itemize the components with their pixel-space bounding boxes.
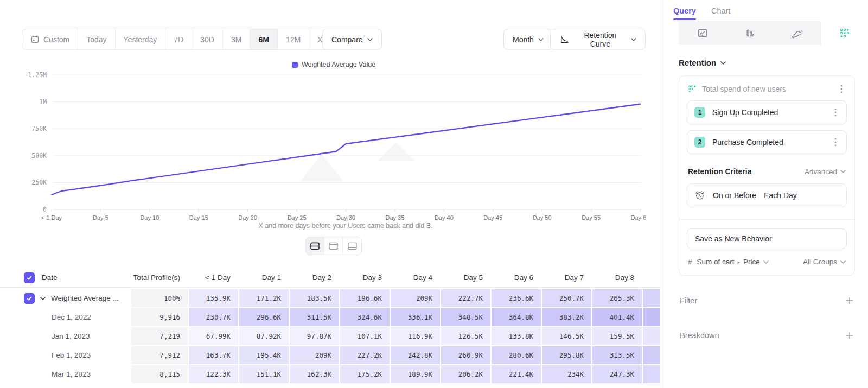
retention-value-cell: 146.5K xyxy=(542,327,591,345)
range-30d[interactable]: 30D xyxy=(192,29,223,49)
view-toggle-split-view[interactable] xyxy=(306,237,324,255)
criteria-mode-dropdown[interactable]: Advanced xyxy=(805,168,846,176)
date-range-control: CustomTodayYesterday7D30D3M6M12MXTD xyxy=(22,29,350,50)
retention-value-cell: 209K xyxy=(391,289,440,307)
retention-value: 247.3K xyxy=(610,370,634,378)
table-row: Jan 1, 20237,21967.99K87.92K97.87K107.1K… xyxy=(0,327,661,345)
flows-tab[interactable] xyxy=(774,21,821,45)
clipped-value-cell xyxy=(643,365,660,383)
date-header-cell: Date xyxy=(0,268,130,287)
behavior-step-1[interactable]: 1Sign Up Completed xyxy=(687,100,847,124)
group-by-label: All Groups xyxy=(803,258,837,266)
bar-chart-tab[interactable] xyxy=(726,21,774,45)
legend-label: Weighted Average Value xyxy=(302,61,375,68)
chart-style-label: Retention Curve xyxy=(573,31,627,48)
retention-value: 313.5K xyxy=(610,351,634,359)
step-menu-button[interactable] xyxy=(831,107,840,117)
measure-dropdown[interactable]: Sum of cart ▸ Price xyxy=(697,258,798,266)
add-filter-button[interactable] xyxy=(845,296,854,305)
range-7d[interactable]: 7D xyxy=(165,29,192,49)
chevron-down-icon xyxy=(367,38,373,41)
retention-value-cell: 122.3K xyxy=(189,365,238,383)
y-axis-tick: 1.25M xyxy=(28,71,47,79)
insights-chart-tab[interactable] xyxy=(679,21,726,45)
range-3m[interactable]: 3M xyxy=(223,29,250,49)
column-header-label: Day 4 xyxy=(413,273,432,282)
flows-icon xyxy=(792,28,803,39)
x-axis-tick: Day 20 xyxy=(238,214,257,221)
view-toggle-chart-only[interactable] xyxy=(324,237,343,255)
add-breakdown-button[interactable] xyxy=(845,331,854,340)
behavior-name: Total spend of new users xyxy=(702,85,832,93)
range-label: Today xyxy=(86,35,106,44)
granularity-button[interactable]: Month xyxy=(503,29,553,50)
range-custom[interactable]: Custom xyxy=(22,29,78,49)
retention-value-cell: 196.6K xyxy=(340,289,390,307)
retention-value-cell: 133.8K xyxy=(492,327,541,345)
chart-style-button[interactable]: Retention Curve xyxy=(550,29,646,50)
retention-value: 195.4K xyxy=(257,351,281,359)
analysis-type-selector[interactable]: Retention xyxy=(679,58,855,67)
retention-value-cell: 260.9K xyxy=(441,346,490,364)
total-profiles-cell: 7,219 xyxy=(131,327,188,345)
filter-label: Filter xyxy=(680,296,697,305)
timing-window: Each Day xyxy=(764,191,797,200)
retention-value-cell: 221.4K xyxy=(492,365,541,383)
retention-value: 189.9K xyxy=(408,370,432,378)
step-menu-button[interactable] xyxy=(831,137,840,147)
retention-value-cell: 250.7K xyxy=(542,289,591,307)
chevron-down-icon xyxy=(720,61,726,65)
retention-value: 133.8K xyxy=(509,332,533,340)
caret-right-icon: ▸ xyxy=(738,259,741,265)
retention-value: 122.3K xyxy=(206,370,231,378)
range-6m[interactable]: 6M xyxy=(250,29,277,49)
total-profiles-cell: 9,916 xyxy=(131,308,188,326)
retention-value: 280.6K xyxy=(509,351,533,359)
range-yesterday[interactable]: Yesterday xyxy=(116,29,166,49)
plus-icon xyxy=(845,296,854,305)
retention-value: 162.3K xyxy=(307,370,331,378)
retention-value: 146.5K xyxy=(559,332,584,340)
criteria-mode-label: Advanced xyxy=(805,168,837,176)
retention-value: 383.2K xyxy=(559,313,584,321)
row-expander[interactable] xyxy=(40,297,46,300)
save-as-new-behavior-label: Save as New Behavior xyxy=(695,234,772,243)
range-today[interactable]: Today xyxy=(78,29,115,49)
retention-value-cell: 265.3K xyxy=(592,289,642,307)
retention-value: 364.8K xyxy=(509,313,533,321)
behavior-step-2[interactable]: 2Purchase Completed xyxy=(687,130,847,154)
retention-value-cell: 336.1K xyxy=(391,308,440,326)
check-icon xyxy=(26,295,33,302)
retention-criteria-label: Retention Criteria xyxy=(688,167,751,176)
retention-value: 250.7K xyxy=(559,294,584,302)
retention-value-cell: 135.9K xyxy=(189,289,238,307)
select-all-checkbox[interactable] xyxy=(24,272,35,283)
timing-condition: On or Before xyxy=(713,191,756,200)
column-header: Total Profile(s) xyxy=(131,268,188,287)
tab-query[interactable]: Query xyxy=(673,7,696,20)
view-toggle-table-only[interactable] xyxy=(343,237,361,255)
kebab-icon xyxy=(834,138,837,147)
column-header-label: Day 3 xyxy=(363,273,382,282)
retention-value-cell: 151.1K xyxy=(239,365,289,383)
retention-value: 97.87K xyxy=(307,332,331,340)
retention-value: 171.2K xyxy=(257,294,281,302)
behavior-menu-button[interactable] xyxy=(837,84,846,94)
report-main: CustomTodayYesterday7D30D3M6M12MXTD Comp… xyxy=(0,0,661,388)
range-12m[interactable]: 12M xyxy=(278,29,309,49)
retention-value: 209K xyxy=(416,294,432,302)
y-axis-tick: 500K xyxy=(31,152,47,160)
row-checkbox[interactable] xyxy=(24,293,35,304)
retention-timing-card[interactable]: On or Before Each Day xyxy=(687,183,847,207)
save-as-new-behavior-button[interactable]: Save as New Behavior xyxy=(687,228,847,249)
retention-tab[interactable] xyxy=(821,21,868,45)
compare-button[interactable]: Compare xyxy=(322,29,382,50)
group-by-dropdown[interactable]: All Groups xyxy=(803,258,846,266)
step-event-label: Purchase Completed xyxy=(712,138,824,147)
column-header-label: Total Profile(s) xyxy=(133,273,180,282)
tab-chart[interactable]: Chart xyxy=(711,7,730,20)
column-header: Day 6 xyxy=(492,268,541,287)
column-header: Day 4 xyxy=(391,268,440,287)
retention-value-cell: 401.4K xyxy=(592,308,642,326)
x-axis-tick: Day 55 xyxy=(582,214,601,221)
